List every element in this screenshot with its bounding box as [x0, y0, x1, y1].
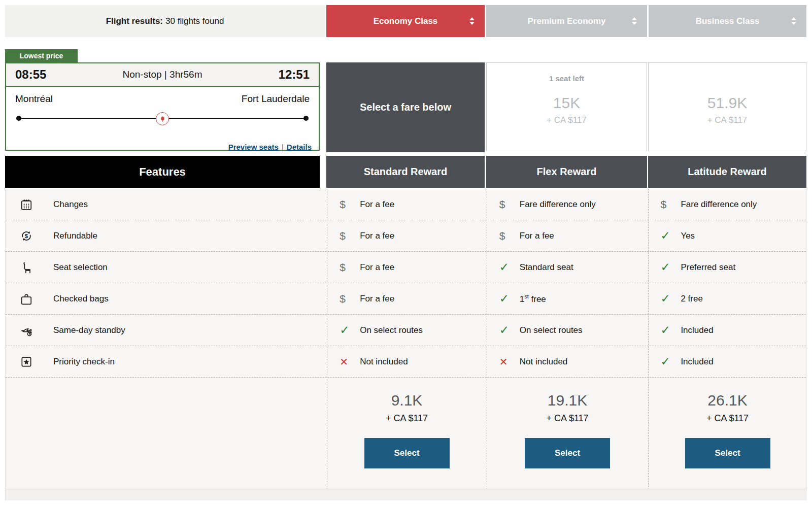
- fare-value-cell: ✕Not included: [326, 356, 486, 368]
- fee-icon: $: [660, 198, 681, 211]
- fare-value-cell: ✓Yes: [647, 229, 806, 243]
- fee-icon: $: [340, 198, 360, 211]
- details-link[interactable]: Details: [287, 143, 312, 151]
- fare-value-text: For a fee: [360, 199, 394, 210]
- preview-seats-link[interactable]: Preview seats: [228, 143, 279, 151]
- fare-value-text: On select routes: [360, 325, 423, 335]
- check-icon: ✓: [340, 323, 360, 337]
- fare-value-cell: $For a fee: [326, 198, 486, 211]
- check-icon: ✓: [499, 292, 520, 306]
- fare-value-cell: $For a fee: [326, 261, 486, 274]
- fare-value-text: For a fee: [360, 262, 394, 273]
- fare-value-text: Not included: [360, 357, 408, 367]
- fee-icon: $: [499, 198, 520, 211]
- fare-value-cell: ✓On select routes: [486, 323, 648, 337]
- pricing-spacer: [6, 378, 327, 489]
- select-button-standard-reward[interactable]: Select: [364, 438, 450, 468]
- check-icon: ✓: [499, 323, 520, 337]
- fare-value-cell: ✓1st free: [486, 292, 648, 306]
- feature-label: Same-day standby: [53, 325, 125, 335]
- sort-arrows-icon: [791, 17, 796, 25]
- feature-label: Checked bags: [53, 294, 109, 304]
- select-button-latitude-reward[interactable]: Select: [685, 438, 770, 468]
- fee-icon: $: [499, 230, 520, 242]
- tab-business-class[interactable]: Business Class: [649, 5, 806, 37]
- fee-icon: $: [340, 293, 360, 305]
- pricing-cell-flex-reward: 19.1K+ CA $117Select: [487, 378, 648, 489]
- select-button-flex-reward[interactable]: Select: [525, 438, 610, 468]
- refund-icon: $: [20, 229, 35, 243]
- fare-value-text: 1st free: [520, 293, 546, 305]
- points-value: 9.1K: [391, 392, 423, 409]
- fare-value-cell: ✓Standard seat: [486, 260, 648, 274]
- points-value: 15K: [553, 94, 580, 112]
- check-icon: ✓: [660, 323, 681, 337]
- tab-premium-economy[interactable]: Premium Economy: [486, 5, 647, 37]
- cash-value: + CA $117: [707, 115, 748, 125]
- tab-label: Economy Class: [374, 16, 438, 26]
- fare-value-cell: ✓Included: [647, 323, 806, 337]
- check-icon: ✓: [660, 355, 681, 368]
- fare-value-text: Preferred seat: [681, 262, 735, 273]
- flight-results-count: 30 flights found: [165, 16, 224, 26]
- destination-city: Fort Lauderdale: [242, 93, 310, 105]
- fare-value-text: For a fee: [360, 231, 394, 241]
- cross-icon: ✕: [499, 356, 520, 368]
- links-separator: |: [282, 143, 284, 151]
- airline-roundel-icon: [156, 112, 169, 125]
- fee-icon: $: [340, 230, 360, 242]
- departure-time: 08:55: [15, 68, 46, 82]
- feature-row-same-day-standby: Same-day standby✓On select routes✓On sel…: [6, 315, 806, 346]
- feature-label: Seat selection: [53, 262, 108, 273]
- sort-down-arrow: [632, 22, 637, 25]
- fare-value-text: Standard seat: [520, 262, 573, 273]
- feature-label: Changes: [53, 199, 88, 210]
- fare-value-cell: $Fare difference only: [647, 198, 806, 211]
- pricing-cell-latitude-reward: 26.1K+ CA $117Select: [648, 378, 807, 489]
- tab-label: Business Class: [696, 16, 760, 26]
- feature-cell: Priority check-in: [6, 355, 326, 368]
- fare-value-text: Included: [681, 325, 713, 335]
- fare-column-header-standard-reward: Standard Reward: [326, 156, 485, 188]
- feature-row-changes: Changes$For a fee$Fare difference only$F…: [6, 189, 806, 220]
- sort-up-arrow: [632, 17, 637, 20]
- points-value: 51.9K: [707, 94, 747, 112]
- points-value: 26.1K: [707, 392, 747, 409]
- cash-value: + CA $117: [386, 413, 428, 424]
- sort-arrows-icon: [469, 17, 475, 25]
- seats-left-label: 1 seat left: [549, 74, 584, 83]
- seat-icon: [20, 261, 35, 274]
- feature-cell: Seat selection: [6, 261, 326, 274]
- fare-column-header-flex-reward: Flex Reward: [486, 156, 647, 188]
- priority-star-icon: [20, 355, 35, 368]
- feature-label: Refundable: [53, 231, 97, 241]
- check-icon: ✓: [660, 260, 681, 274]
- flight-times-strip: 08:55 Non-stop | 3hr56m 12:51: [6, 63, 319, 87]
- checked-bag-icon: [20, 292, 35, 306]
- feature-cell: $Refundable: [6, 229, 326, 243]
- feature-row-priority-check-in: Priority check-in✕Not included✕Not inclu…: [6, 346, 806, 378]
- lowest-price-badge: Lowest price: [5, 49, 78, 62]
- fare-value-cell: ✕Not included: [486, 356, 648, 368]
- pricing-row: 9.1K+ CA $117Select19.1K+ CA $117Select2…: [6, 378, 807, 489]
- sort-up-arrow: [791, 17, 796, 20]
- route-origin-dot: [16, 116, 21, 121]
- fare-column-header-latitude-reward: Latitude Reward: [648, 156, 806, 188]
- route-destination-dot: [303, 116, 309, 121]
- bottom-strip: [6, 489, 807, 500]
- feature-row-refundable: $Refundable$For a fee$For a fee✓Yes: [6, 220, 806, 252]
- feature-row-seat-selection: Seat selection$For a fee✓Standard seat✓P…: [6, 252, 806, 283]
- cash-value: + CA $117: [546, 413, 588, 424]
- business-class-fare-cell: 51.9K+ CA $117: [648, 62, 806, 151]
- feature-label: Priority check-in: [53, 357, 115, 367]
- fare-value-cell: $For a fee: [326, 230, 486, 242]
- feature-cell: Changes: [6, 198, 326, 211]
- premium-economy-fare-cell: 1 seat left15K+ CA $117: [486, 62, 647, 151]
- calendar-icon: [20, 198, 35, 211]
- flight-card-body: Montréal Fort Lauderdale Preview seats|D…: [6, 93, 319, 155]
- tab-economy-class[interactable]: Economy Class: [326, 5, 485, 37]
- cash-value: + CA $117: [547, 115, 587, 125]
- tab-label: Premium Economy: [528, 16, 606, 26]
- sort-down-arrow: [791, 22, 796, 25]
- comparison-table: Changes$For a fee$Fare difference only$F…: [5, 189, 806, 500]
